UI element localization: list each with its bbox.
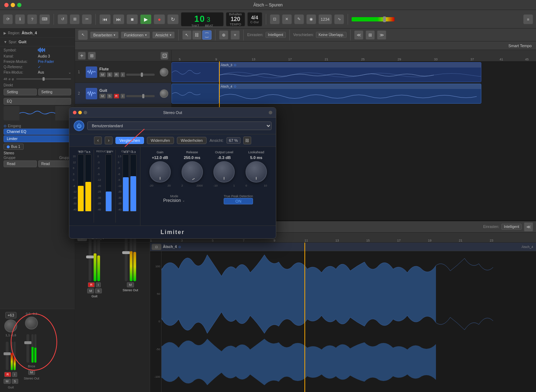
minimize-button[interactable] — [11, 3, 15, 7]
release-knob[interactable] — [182, 161, 203, 183]
rec-2[interactable]: R — [114, 94, 120, 99]
link-tool[interactable]: ⛓ — [192, 30, 202, 40]
play-btn[interactable]: ▶ — [140, 14, 152, 24]
i-1[interactable]: I — [120, 72, 125, 77]
tuner-btn[interactable]: ⊡ — [270, 14, 280, 24]
guit-m-btn[interactable]: M — [87, 288, 94, 293]
expand-track-icon[interactable]: ▼ — [4, 40, 7, 44]
solo-1[interactable]: S — [107, 72, 113, 77]
read-right-btn[interactable]: Read — [38, 160, 71, 167]
link-btn[interactable]: ⛓ — [243, 137, 251, 144]
master-level-thumb[interactable] — [383, 16, 386, 22]
widerrufen-btn[interactable]: Widerrufen — [147, 137, 174, 144]
output-level-knob[interactable] — [213, 161, 235, 183]
bus-btn[interactable]: Bus 1 — [4, 144, 24, 150]
read-1[interactable]: R — [114, 72, 120, 77]
limiter-close[interactable] — [73, 111, 76, 114]
list-btn[interactable]: ≡ — [523, 14, 533, 24]
channel-eq-btn[interactable]: Channel EQ — [4, 129, 71, 135]
guit-r-btn[interactable]: R — [88, 282, 95, 287]
mute-2[interactable]: M — [99, 94, 106, 99]
ansicht-btn[interactable]: Ansicht ▾ — [152, 31, 175, 39]
gain-knob[interactable] — [149, 161, 171, 183]
rec-left-btn[interactable]: R — [4, 372, 11, 377]
pan-knob-right[interactable] — [25, 317, 38, 329]
zoom-out-btn[interactable]: ≪ — [354, 30, 363, 40]
vol-knob-2[interactable] — [160, 89, 168, 98]
align-btn[interactable]: ⊞ — [366, 30, 375, 40]
arrow-tool[interactable]: ↖ — [182, 30, 192, 40]
fader-2[interactable] — [126, 95, 155, 97]
rewind-btn[interactable]: ⏮ — [99, 14, 111, 24]
tempo-display[interactable]: Behalten 120 TEMPO — [226, 12, 245, 26]
info-btn[interactable]: ℹ — [15, 14, 25, 24]
wave-btn[interactable]: ∿ — [334, 14, 344, 24]
cycle-btn[interactable]: ↻ — [167, 14, 179, 24]
close-button[interactable] — [4, 3, 9, 7]
fader-thumb-2[interactable] — [142, 94, 144, 98]
fader-slider[interactable] — [16, 78, 71, 80]
signature-display[interactable]: 4/4 C-Dur — [247, 12, 262, 26]
bearbeiten-btn[interactable]: Bearbeiten ▾ — [90, 31, 119, 39]
guit-s-btn[interactable]: S — [95, 288, 101, 293]
fader-thumb[interactable] — [43, 77, 45, 81]
fader-1[interactable] — [126, 74, 155, 76]
clip-atsch3-pre[interactable] — [172, 62, 219, 82]
solo-2[interactable]: S — [107, 94, 113, 99]
add-track-btn[interactable]: + — [78, 52, 86, 60]
edit-btn[interactable]: ⊞ — [70, 14, 80, 24]
pan-knob-left[interactable] — [4, 319, 17, 332]
snap-tool[interactable]: ⁐ — [202, 30, 212, 40]
funktionen-btn[interactable]: Funktionen ▾ — [121, 31, 150, 39]
read-left-btn[interactable]: Read — [4, 160, 37, 167]
vol-knob-1[interactable] — [160, 68, 168, 76]
clip-atsch3[interactable]: Ätsch_3 ⊙ — [219, 62, 481, 82]
help-btn[interactable]: ? — [27, 14, 37, 24]
stereo-m-btn[interactable]: M — [127, 282, 134, 287]
add-midi-btn[interactable]: ⊞ — [88, 52, 96, 60]
nav-back-btn[interactable]: ‹ — [94, 137, 102, 144]
setting-top-btn[interactable]: Setting — [4, 89, 37, 95]
forward-btn[interactable]: ⏭ — [113, 14, 124, 24]
cursor-tool[interactable]: ⊕ — [219, 30, 228, 40]
m-right-btn[interactable]: M — [28, 370, 35, 375]
limiter-btn[interactable]: Limiter — [4, 135, 71, 142]
audio-btn[interactable]: ◉ — [306, 14, 316, 24]
counter-btn[interactable]: 1234 — [318, 14, 332, 24]
flex-arrow[interactable]: ⌄ — [68, 70, 71, 74]
guit-i-btn[interactable]: I — [96, 282, 101, 287]
clip-atsch4-pre[interactable] — [172, 84, 219, 104]
lower-timeline[interactable]: 1 3 5 7 9 11 13 15 17 19 21 — [150, 233, 536, 392]
limiter-power-btn[interactable]: ⏻ — [74, 120, 84, 131]
einrasten-select[interactable]: Intelligent — [265, 32, 286, 38]
lower-clip-bar-btn[interactable]: ⊡ — [152, 244, 162, 250]
verschieben-select[interactable]: Keine Überlapp. — [316, 32, 347, 38]
left-fader-track[interactable] — [6, 342, 9, 370]
mode-value[interactable]: Precision ⌄ — [163, 198, 185, 203]
nav-forward-btn[interactable]: › — [105, 137, 113, 144]
m-left-btn[interactable]: M — [4, 379, 11, 384]
ansicht-value[interactable]: 67 % — [227, 137, 240, 144]
zoom-in-btn[interactable]: ≫ — [377, 30, 386, 40]
tpd-btn[interactable]: ON — [224, 198, 253, 204]
fader-thumb-1[interactable] — [141, 73, 143, 77]
i-left-btn[interactable]: I — [12, 372, 18, 377]
guit-fader-track[interactable] — [89, 238, 91, 281]
maximize-button[interactable] — [17, 3, 21, 7]
metronome-btn[interactable]: ↺ — [58, 14, 68, 24]
right-fader-knob[interactable] — [24, 341, 31, 344]
wiederholen-btn[interactable]: Wiederholen — [177, 137, 207, 144]
clear-btn[interactable]: ✕ — [282, 14, 292, 24]
plus-tool[interactable]: + — [230, 30, 240, 40]
keyboard-btn[interactable]: ⌨ — [39, 14, 50, 24]
setting-right-btn[interactable]: Setting — [38, 89, 71, 95]
limiter-preset-select[interactable]: Benutzerstandard — [87, 121, 272, 130]
edit2-btn[interactable]: ✎ — [294, 14, 304, 24]
scissors-btn[interactable]: ✂ — [82, 14, 92, 24]
limiter-max[interactable] — [84, 111, 87, 114]
lower-einrasten-select[interactable]: Intelligent — [501, 224, 522, 230]
mute-1[interactable]: M — [99, 72, 106, 77]
left-fader-knob[interactable] — [4, 352, 11, 355]
resize-btn[interactable]: ⊡ — [160, 52, 168, 60]
guit-fader-knob[interactable] — [86, 255, 94, 258]
